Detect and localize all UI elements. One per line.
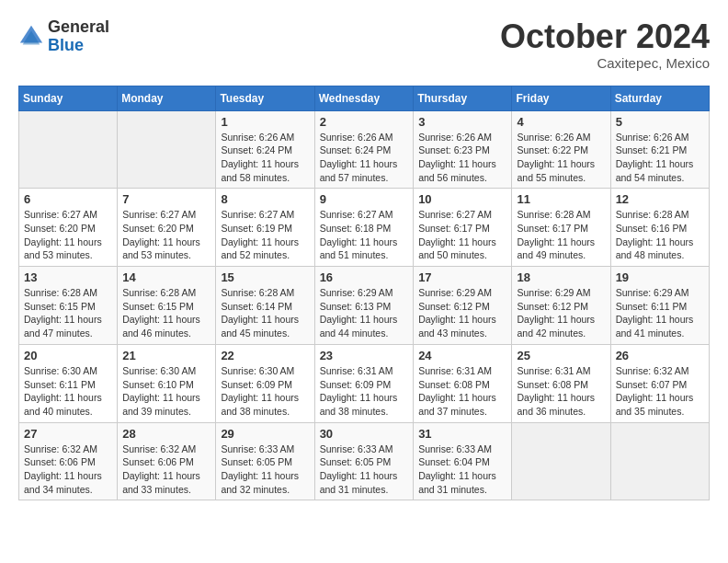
- day-info: Sunrise: 6:30 AM Sunset: 6:09 PM Dayligh…: [221, 364, 309, 419]
- calendar-body: 1Sunrise: 6:26 AM Sunset: 6:24 PM Daylig…: [19, 110, 710, 500]
- calendar-cell: 8Sunrise: 6:27 AM Sunset: 6:19 PM Daylig…: [216, 189, 314, 267]
- calendar-cell: 1Sunrise: 6:26 AM Sunset: 6:24 PM Daylig…: [216, 110, 314, 189]
- day-number: 7: [122, 192, 210, 206]
- header-friday: Friday: [512, 86, 610, 110]
- calendar-cell: [19, 110, 118, 189]
- header-saturday: Saturday: [610, 86, 709, 110]
- calendar-week-3: 13Sunrise: 6:28 AM Sunset: 6:15 PM Dayli…: [19, 267, 710, 345]
- day-info: Sunrise: 6:30 AM Sunset: 6:11 PM Dayligh…: [24, 364, 112, 419]
- day-number: 31: [418, 427, 506, 441]
- header-wednesday: Wednesday: [314, 86, 414, 110]
- logo-general: General: [48, 18, 109, 37]
- day-info: Sunrise: 6:27 AM Sunset: 6:18 PM Dayligh…: [320, 208, 409, 262]
- logo-blue: Blue: [48, 37, 109, 55]
- day-info: Sunrise: 6:26 AM Sunset: 6:23 PM Dayligh…: [418, 131, 506, 185]
- day-info: Sunrise: 6:32 AM Sunset: 6:06 PM Dayligh…: [122, 442, 210, 497]
- calendar-cell: 20Sunrise: 6:30 AM Sunset: 6:11 PM Dayli…: [19, 344, 118, 422]
- day-number: 21: [122, 349, 210, 362]
- calendar-cell: 25Sunrise: 6:31 AM Sunset: 6:08 PM Dayli…: [512, 344, 610, 422]
- header-sunday: Sunday: [19, 86, 118, 110]
- calendar-cell: 7Sunrise: 6:27 AM Sunset: 6:20 PM Daylig…: [118, 189, 216, 267]
- day-info: Sunrise: 6:29 AM Sunset: 6:12 PM Dayligh…: [418, 286, 506, 340]
- calendar-cell: 19Sunrise: 6:29 AM Sunset: 6:11 PM Dayli…: [610, 267, 709, 345]
- calendar-cell: 14Sunrise: 6:28 AM Sunset: 6:15 PM Dayli…: [118, 267, 216, 345]
- calendar-cell: 16Sunrise: 6:29 AM Sunset: 6:13 PM Dayli…: [314, 267, 414, 345]
- calendar-cell: [610, 422, 709, 500]
- calendar-cell: 26Sunrise: 6:32 AM Sunset: 6:07 PM Dayli…: [610, 344, 709, 422]
- day-number: 3: [418, 115, 506, 129]
- day-info: Sunrise: 6:27 AM Sunset: 6:20 PM Dayligh…: [24, 208, 112, 262]
- page-header: General Blue October 2024 Caxitepec, Mex…: [18, 18, 710, 71]
- calendar-cell: 22Sunrise: 6:30 AM Sunset: 6:09 PM Dayli…: [216, 344, 314, 422]
- day-info: Sunrise: 6:33 AM Sunset: 6:05 PM Dayligh…: [320, 442, 409, 497]
- logo-text: General Blue: [48, 18, 109, 55]
- day-info: Sunrise: 6:29 AM Sunset: 6:11 PM Dayligh…: [616, 286, 704, 340]
- day-number: 5: [616, 115, 704, 129]
- day-number: 24: [418, 349, 506, 362]
- calendar-cell: [512, 422, 610, 500]
- day-info: Sunrise: 6:30 AM Sunset: 6:10 PM Dayligh…: [122, 364, 210, 419]
- day-info: Sunrise: 6:33 AM Sunset: 6:04 PM Dayligh…: [418, 442, 506, 497]
- calendar-cell: 28Sunrise: 6:32 AM Sunset: 6:06 PM Dayli…: [118, 422, 216, 500]
- day-number: 4: [517, 115, 605, 129]
- day-info: Sunrise: 6:26 AM Sunset: 6:24 PM Dayligh…: [221, 131, 309, 185]
- day-number: 2: [320, 115, 409, 129]
- day-info: Sunrise: 6:31 AM Sunset: 6:09 PM Dayligh…: [320, 364, 409, 419]
- calendar-cell: 30Sunrise: 6:33 AM Sunset: 6:05 PM Dayli…: [314, 422, 414, 500]
- calendar-cell: 2Sunrise: 6:26 AM Sunset: 6:24 PM Daylig…: [314, 110, 414, 189]
- day-number: 17: [418, 270, 506, 284]
- day-info: Sunrise: 6:32 AM Sunset: 6:07 PM Dayligh…: [616, 364, 704, 419]
- day-number: 19: [616, 270, 704, 284]
- day-number: 22: [221, 349, 309, 362]
- day-number: 23: [320, 349, 409, 362]
- day-number: 15: [221, 270, 309, 284]
- calendar-cell: 23Sunrise: 6:31 AM Sunset: 6:09 PM Dayli…: [314, 344, 414, 422]
- calendar-cell: 11Sunrise: 6:28 AM Sunset: 6:17 PM Dayli…: [512, 189, 610, 267]
- day-info: Sunrise: 6:26 AM Sunset: 6:24 PM Dayligh…: [320, 131, 409, 185]
- day-number: 11: [517, 192, 605, 206]
- day-info: Sunrise: 6:28 AM Sunset: 6:17 PM Dayligh…: [517, 208, 605, 262]
- day-info: Sunrise: 6:33 AM Sunset: 6:05 PM Dayligh…: [221, 442, 309, 497]
- calendar-cell: 21Sunrise: 6:30 AM Sunset: 6:10 PM Dayli…: [118, 344, 216, 422]
- title-block: October 2024 Caxitepec, Mexico: [500, 18, 710, 71]
- calendar-cell: 9Sunrise: 6:27 AM Sunset: 6:18 PM Daylig…: [314, 189, 414, 267]
- calendar-cell: 10Sunrise: 6:27 AM Sunset: 6:17 PM Dayli…: [414, 189, 512, 267]
- day-number: 9: [320, 192, 409, 206]
- calendar-cell: 12Sunrise: 6:28 AM Sunset: 6:16 PM Dayli…: [610, 189, 709, 267]
- calendar-cell: 13Sunrise: 6:28 AM Sunset: 6:15 PM Dayli…: [19, 267, 118, 345]
- day-number: 20: [24, 349, 112, 362]
- calendar-cell: 17Sunrise: 6:29 AM Sunset: 6:12 PM Dayli…: [414, 267, 512, 345]
- calendar-cell: 4Sunrise: 6:26 AM Sunset: 6:22 PM Daylig…: [512, 110, 610, 189]
- day-number: 13: [24, 270, 112, 284]
- day-number: 1: [221, 115, 309, 129]
- day-info: Sunrise: 6:31 AM Sunset: 6:08 PM Dayligh…: [418, 364, 506, 419]
- logo: General Blue: [18, 18, 109, 55]
- day-info: Sunrise: 6:27 AM Sunset: 6:20 PM Dayligh…: [122, 208, 210, 262]
- day-info: Sunrise: 6:28 AM Sunset: 6:15 PM Dayligh…: [24, 286, 112, 340]
- day-info: Sunrise: 6:26 AM Sunset: 6:22 PM Dayligh…: [517, 131, 605, 185]
- header-tuesday: Tuesday: [216, 86, 314, 110]
- day-info: Sunrise: 6:27 AM Sunset: 6:19 PM Dayligh…: [221, 208, 309, 262]
- day-info: Sunrise: 6:26 AM Sunset: 6:21 PM Dayligh…: [616, 131, 704, 185]
- calendar-cell: 31Sunrise: 6:33 AM Sunset: 6:04 PM Dayli…: [414, 422, 512, 500]
- calendar-week-2: 6Sunrise: 6:27 AM Sunset: 6:20 PM Daylig…: [19, 189, 710, 267]
- day-number: 28: [122, 427, 210, 441]
- calendar-cell: 3Sunrise: 6:26 AM Sunset: 6:23 PM Daylig…: [414, 110, 512, 189]
- calendar-header-row: SundayMondayTuesdayWednesdayThursdayFrid…: [19, 86, 710, 110]
- day-number: 27: [24, 427, 112, 441]
- day-number: 26: [616, 349, 704, 362]
- logo-icon: [18, 24, 44, 50]
- calendar-cell: 29Sunrise: 6:33 AM Sunset: 6:05 PM Dayli…: [216, 422, 314, 500]
- day-info: Sunrise: 6:28 AM Sunset: 6:16 PM Dayligh…: [616, 208, 704, 262]
- day-info: Sunrise: 6:32 AM Sunset: 6:06 PM Dayligh…: [24, 442, 112, 497]
- day-number: 25: [517, 349, 605, 362]
- month-title: October 2024: [500, 18, 710, 55]
- calendar-week-4: 20Sunrise: 6:30 AM Sunset: 6:11 PM Dayli…: [19, 344, 710, 422]
- calendar-week-5: 27Sunrise: 6:32 AM Sunset: 6:06 PM Dayli…: [19, 422, 710, 500]
- calendar-cell: [118, 110, 216, 189]
- day-number: 30: [320, 427, 409, 441]
- day-number: 16: [320, 270, 409, 284]
- day-number: 6: [24, 192, 112, 206]
- calendar-cell: 18Sunrise: 6:29 AM Sunset: 6:12 PM Dayli…: [512, 267, 610, 345]
- calendar-cell: 24Sunrise: 6:31 AM Sunset: 6:08 PM Dayli…: [414, 344, 512, 422]
